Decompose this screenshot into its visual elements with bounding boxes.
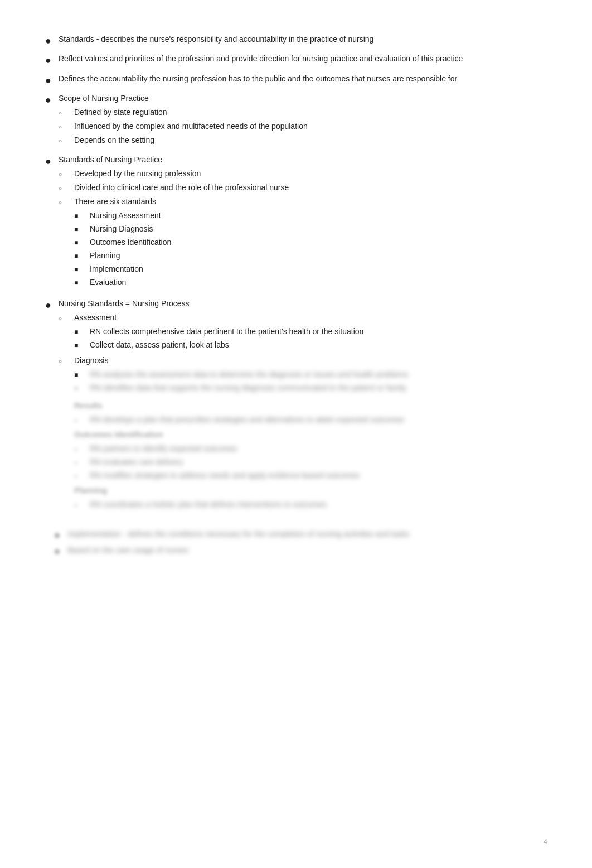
bullet2-scope-1: ○: [59, 109, 74, 117]
six-std-5: ■ Implementation: [74, 263, 547, 275]
blurred-oi-1: ○ RN partners to identify expected outco…: [74, 443, 547, 455]
blurred-planning-1-text: RN coordinates a holistic plan that defi…: [90, 499, 547, 510]
bullet3-diagnosis-1: ■: [74, 370, 90, 380]
bullet3-six-3: ■: [74, 238, 90, 248]
bullet3-six-1: ■: [74, 211, 90, 221]
scope-item-1-text: Defined by state regulation: [74, 107, 547, 118]
bullet2-blurred-oi3: ○: [74, 472, 90, 480]
nursing-process-block: Nursing Standards = Nursing Process ○ As…: [59, 298, 547, 513]
bullet-3: ●: [45, 74, 59, 87]
bullet2-blurred-oi2: ○: [74, 459, 90, 467]
bullet2-std-2: ○: [59, 184, 74, 192]
bullet3-six-2: ■: [74, 224, 90, 234]
scope-block: Scope of Nursing Practice ○ Defined by s…: [59, 93, 547, 148]
bullet2-std-1: ○: [59, 170, 74, 179]
standards-item-1: ○ Developed by the nursing profession: [59, 168, 547, 180]
six-standards-text: There are six standards: [74, 197, 156, 206]
scope-item-3: ○ Depends on the setting: [59, 134, 547, 146]
diagnosis-title: Diagnosis: [74, 356, 108, 365]
blurred-section-outcomes-id: Outcomes Identification ○ RN partners to…: [74, 429, 547, 481]
assessment-sub-1-text: RN collects comprehensive data pertinent…: [90, 326, 547, 337]
bullet2-scope-3: ○: [59, 137, 74, 145]
assessment-sub-2-text: Collect data, assess patient, look at la…: [90, 339, 547, 351]
bullet-1: ●: [45, 35, 59, 47]
blurred-outcomes-1-text: RN develops a plan that prescribes strat…: [90, 414, 547, 426]
list-item-1: ● Standards - describes the nurse's resp…: [45, 33, 547, 47]
diagnosis-item: ○ Diagnosis ■ RN analyzes the assessment…: [59, 355, 547, 396]
bullet3-six-4: ■: [74, 251, 90, 261]
six-standards-list: ■ Nursing Assessment ■ Nursing Diagnosis…: [74, 210, 547, 288]
blurred-outcomes-1: ○ RN develops a plan that prescribes str…: [74, 414, 547, 426]
scope-item-2: ○ Influenced by the complex and multifac…: [59, 120, 547, 132]
blurred-bottom-item-2: ● Based on the care usage of nurses: [54, 546, 547, 557]
six-std-2: ■ Nursing Diagnosis: [74, 223, 547, 235]
standards-item-2-text: Divided into clinical care and the role …: [74, 182, 547, 194]
nursing-process-list: ○ Assessment ■ RN collects comprehensive…: [59, 312, 547, 396]
page-number: 4: [544, 837, 547, 846]
bullet3-six-6: ■: [74, 278, 90, 288]
blurred-bottom-item-1: ● Implementation - defines the condition…: [54, 529, 547, 541]
blurred-oi-2: ○ RN evaluates care delivery: [74, 456, 547, 468]
bullet-2: ●: [45, 54, 59, 67]
six-std-3: ■ Outcomes Identification: [74, 237, 547, 248]
blurred-bottom-section: ● Implementation - defines the condition…: [54, 529, 547, 557]
blurred-oi-1-text: RN partners to identify expected outcome…: [90, 443, 547, 455]
bullet-scope: ●: [45, 94, 59, 107]
item-1-text: Standards - describes the nurse's respon…: [59, 33, 547, 45]
main-list: ● Standards - describes the nurse's resp…: [45, 33, 547, 513]
blurred-section-outcomes: Results ○ RN develops a plan that prescr…: [74, 400, 547, 426]
blurred-section-planning: Planning ○ RN coordinates a holistic pla…: [74, 485, 547, 510]
scope-title: Scope of Nursing Practice: [59, 94, 149, 103]
item-3-text: Defines the accountability the nursing p…: [59, 73, 547, 85]
list-item-standards: ● Standards of Nursing Practice ○ Develo…: [45, 154, 547, 292]
assessment-block: Assessment ■ RN collects comprehensive d…: [74, 312, 547, 353]
bullet-blurred-b1: ●: [54, 529, 67, 541]
bullet3-assessment-1: ■: [74, 327, 90, 337]
list-item-2: ● Reflect values and priorities of the p…: [45, 53, 547, 67]
diagnosis-sub-1: ■ RN analyzes the assessment data to det…: [74, 369, 547, 380]
standards-block: Standards of Nursing Practice ○ Develope…: [59, 154, 547, 292]
six-std-6-text: Evaluation: [90, 277, 547, 288]
bullet-blurred-b2: ●: [54, 546, 67, 557]
six-std-1-text: Nursing Assessment: [90, 210, 547, 221]
six-std-6: ■ Evaluation: [74, 277, 547, 288]
bullet2-blurred-o1: ○: [74, 416, 90, 425]
bullet-nursing-process: ●: [45, 299, 59, 312]
nursing-process-title: Nursing Standards = Nursing Process: [59, 299, 190, 308]
standards-item-3: ○ There are six standards ■ Nursing Asse…: [59, 196, 547, 290]
assessment-item: ○ Assessment ■ RN collects comprehensive…: [59, 312, 547, 353]
six-std-1: ■ Nursing Assessment: [74, 210, 547, 221]
scope-item-3-text: Depends on the setting: [74, 134, 547, 146]
list-item-scope: ● Scope of Nursing Practice ○ Defined by…: [45, 93, 547, 148]
assessment-sub-2: ■ Collect data, assess patient, look at …: [74, 339, 547, 351]
blurred-oi-3: ○ RN modifies strategies to address need…: [74, 470, 547, 481]
blurred-planning-1: ○ RN coordinates a holistic plan that de…: [74, 499, 547, 510]
scope-item-2-text: Influenced by the complex and multifacet…: [74, 120, 547, 132]
bullet2-std-3: ○: [59, 198, 74, 206]
diagnosis-list: ■ RN analyzes the assessment data to det…: [74, 369, 547, 394]
bullet3-assessment-2: ■: [74, 340, 90, 350]
diagnosis-sub-1-text: RN analyzes the assessment data to deter…: [90, 369, 547, 380]
bullet3-diagnosis-2: ○: [74, 383, 90, 393]
list-item-nursing-process: ● Nursing Standards = Nursing Process ○ …: [45, 298, 547, 513]
bullet2-scope-2: ○: [59, 123, 74, 131]
standards-item-3-block: There are six standards ■ Nursing Assess…: [74, 196, 547, 290]
bullet2-diagnosis: ○: [59, 357, 74, 365]
six-std-4: ■ Planning: [74, 250, 547, 262]
scope-list: ○ Defined by state regulation ○ Influenc…: [59, 107, 547, 146]
blurred-outcomes-list: ○ RN develops a plan that prescribes str…: [74, 414, 547, 426]
bullet3-six-5: ■: [74, 264, 90, 274]
list-item-3: ● Defines the accountability the nursing…: [45, 73, 547, 87]
standards-list: ○ Developed by the nursing profession ○ …: [59, 168, 547, 290]
six-std-2-text: Nursing Diagnosis: [90, 223, 547, 235]
six-std-4-text: Planning: [90, 250, 547, 262]
six-std-5-text: Implementation: [90, 263, 547, 275]
bullet-standards: ●: [45, 155, 59, 168]
assessment-list: ■ RN collects comprehensive data pertine…: [74, 326, 547, 351]
page-content: ● Standards - describes the nurse's resp…: [45, 33, 547, 557]
six-std-3-text: Outcomes Identification: [90, 237, 547, 248]
assessment-sub-1: ■ RN collects comprehensive data pertine…: [74, 326, 547, 337]
assessment-title: Assessment: [74, 313, 117, 322]
bullet2-blurred-oi1: ○: [74, 445, 90, 454]
diagnosis-sub-2-text: RN identifies data that supports the nur…: [90, 382, 547, 394]
